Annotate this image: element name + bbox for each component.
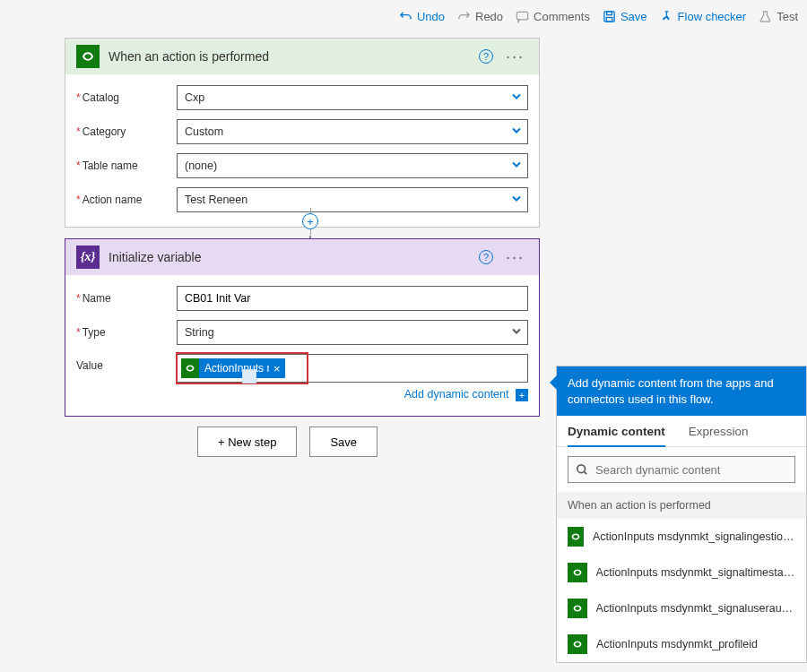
redo-label: Redo — [475, 10, 503, 23]
tablename-value: (none) — [185, 159, 217, 172]
top-toolbar: Undo Redo Comments Save Flow checker Tes… — [399, 4, 798, 29]
dynamic-items-list: ActionInputs msdynmkt_signalingestiontim… — [557, 519, 806, 662]
dataverse-icon — [568, 527, 584, 547]
svg-rect-2 — [607, 11, 612, 14]
add-dynamic-row: Add dynamic content + — [177, 388, 528, 401]
add-step-button[interactable]: + — [302, 213, 318, 229]
type-value: String — [185, 326, 214, 339]
svg-point-4 — [577, 465, 586, 473]
dataverse-icon — [568, 599, 587, 618]
add-dynamic-label: Add dynamic content — [404, 388, 509, 401]
search-icon — [576, 463, 588, 476]
chevron-down-icon — [511, 194, 522, 207]
comments-icon — [516, 10, 529, 23]
drag-handle-icon[interactable] — [242, 369, 256, 383]
save-icon — [603, 10, 616, 23]
category-value: Custom — [185, 125, 223, 138]
type-label: Type — [76, 326, 177, 339]
dynamic-item-label: ActionInputs msdynmkt_signalingestiontim… — [593, 530, 795, 543]
test-label: Test — [777, 10, 798, 23]
plus-icon[interactable]: + — [516, 389, 528, 401]
chevron-down-icon — [511, 91, 522, 105]
dynamic-token[interactable]: ActionInputs m… × — [181, 358, 285, 378]
tablename-select[interactable]: (none) — [177, 153, 528, 178]
callout-arrow-icon — [550, 375, 557, 390]
footer-buttons: + New step Save — [197, 426, 377, 457]
group-label: When an action is performed — [557, 492, 806, 519]
catalog-label: Catalog — [76, 91, 177, 104]
variable-icon: {x} — [76, 246, 100, 269]
save-button[interactable]: Save — [603, 10, 647, 23]
help-icon[interactable]: ? — [479, 250, 493, 264]
dynamic-item[interactable]: ActionInputs msdynmkt_signalingestiontim… — [557, 519, 806, 555]
trigger-title: When an action is performed — [108, 49, 470, 64]
actionname-value: Test Reneen — [185, 194, 247, 206]
dynamic-item[interactable]: ActionInputs msdynmkt_signaluserauthid — [557, 590, 806, 626]
popout-header: Add dynamic content from the apps and co… — [557, 366, 806, 416]
token-remove-icon[interactable]: × — [269, 362, 285, 375]
search-input[interactable] — [595, 463, 787, 477]
name-label: Name — [76, 292, 177, 305]
value-input[interactable]: ActionInputs m… × — [177, 354, 528, 383]
test-button[interactable]: Test — [759, 10, 798, 23]
save-label: Save — [620, 10, 647, 23]
ellipsis-icon[interactable]: ··· — [502, 47, 528, 66]
search-box[interactable] — [568, 456, 795, 483]
actionname-label: Action name — [76, 194, 177, 206]
redo-icon — [457, 10, 471, 23]
svg-rect-0 — [516, 12, 527, 19]
dataverse-icon — [181, 358, 199, 378]
value-label: Value — [76, 354, 177, 372]
variable-body: Name Type String Value ActionInputs m… × — [65, 275, 539, 416]
chevron-down-icon — [511, 159, 522, 173]
flowchecker-button[interactable]: Flow checker — [660, 10, 747, 23]
chevron-down-icon — [511, 125, 522, 139]
undo-icon — [399, 10, 412, 23]
dynamic-item[interactable]: ActionInputs msdynmkt_signaltimestamp — [557, 555, 806, 590]
help-icon[interactable]: ? — [479, 49, 493, 64]
catalog-value: Cxp — [185, 91, 204, 104]
tablename-label: Table name — [76, 159, 177, 172]
svg-rect-3 — [606, 17, 612, 22]
dynamic-item-label: ActionInputs msdynmkt_signaluserauthid — [596, 602, 795, 615]
catalog-select[interactable]: Cxp — [177, 85, 528, 110]
comments-label: Comments — [534, 10, 590, 23]
category-select[interactable]: Custom — [177, 119, 528, 144]
trigger-header[interactable]: When an action is performed ? ··· — [65, 39, 539, 74]
actionname-select[interactable]: Test Reneen — [177, 187, 528, 212]
category-label: Category — [76, 125, 177, 138]
type-select[interactable]: String — [177, 320, 528, 345]
tab-expression[interactable]: Expression — [689, 416, 749, 446]
popout-tabs: Dynamic content Expression — [557, 416, 806, 447]
dataverse-icon — [568, 563, 587, 582]
ellipsis-icon[interactable]: ··· — [502, 248, 528, 267]
trigger-body: Catalog Cxp Category Custom Table name (… — [65, 74, 539, 227]
dynamic-item-label: ActionInputs msdynmkt_profileid — [596, 638, 758, 650]
undo-label: Undo — [417, 10, 445, 23]
variable-title: Initialize variable — [108, 250, 470, 264]
save-flow-button[interactable]: Save — [309, 426, 377, 457]
comments-button[interactable]: Comments — [516, 10, 590, 23]
variable-card: {x} Initialize variable ? ··· Name Type … — [65, 238, 540, 417]
flowchecker-label: Flow checker — [678, 10, 747, 23]
name-input[interactable] — [177, 286, 528, 311]
dynamic-item-label: ActionInputs msdynmkt_signaltimestamp — [596, 566, 795, 579]
redo-button[interactable]: Redo — [457, 10, 503, 23]
search-wrap — [557, 447, 806, 492]
dynamic-content-popout: Add dynamic content from the apps and co… — [556, 366, 807, 663]
token-label: ActionInputs m… — [199, 362, 269, 375]
tab-dynamic-content[interactable]: Dynamic content — [568, 416, 665, 447]
dataverse-icon — [568, 634, 587, 654]
add-dynamic-link[interactable]: Add dynamic content — [404, 388, 509, 401]
trigger-card: When an action is performed ? ··· Catalo… — [65, 38, 540, 228]
variable-header[interactable]: {x} Initialize variable ? ··· — [65, 239, 539, 275]
undo-button[interactable]: Undo — [399, 10, 445, 23]
test-icon — [759, 10, 772, 23]
chevron-down-icon — [511, 326, 522, 340]
dataverse-icon — [76, 45, 100, 68]
flowchecker-icon — [660, 10, 673, 23]
dynamic-item[interactable]: ActionInputs msdynmkt_profileid — [557, 626, 806, 662]
new-step-button[interactable]: + New step — [197, 426, 297, 457]
